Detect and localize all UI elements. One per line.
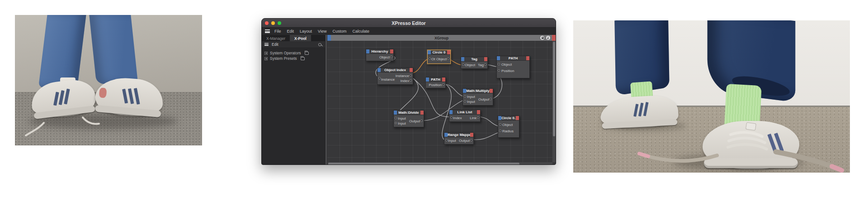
tree-item-system-operators[interactable]: System Operators bbox=[262, 50, 325, 56]
output-port[interactable] bbox=[490, 98, 492, 100]
node-link-list[interactable]: Link List Index Link bbox=[449, 110, 481, 122]
menu-calculate[interactable]: Calculate bbox=[352, 29, 369, 34]
output-port[interactable] bbox=[420, 120, 423, 122]
node-output-cap[interactable] bbox=[516, 116, 519, 120]
input-port[interactable] bbox=[499, 123, 501, 126]
node-input-cap[interactable] bbox=[498, 116, 501, 120]
search-icon[interactable] bbox=[318, 43, 321, 46]
output-port[interactable] bbox=[442, 83, 444, 86]
plus-box-icon[interactable] bbox=[264, 52, 268, 55]
input-port[interactable] bbox=[445, 139, 448, 141]
node-object-index[interactable]: Object Index Instance Instance Index bbox=[377, 68, 413, 85]
port-row: Index Link bbox=[449, 116, 480, 121]
output-port[interactable] bbox=[447, 58, 449, 60]
hamburger-icon[interactable] bbox=[265, 29, 270, 33]
node-input-cap[interactable] bbox=[497, 56, 500, 60]
port-row: Input Output bbox=[444, 138, 473, 143]
plus-box-icon[interactable] bbox=[264, 57, 268, 60]
node-input-cap[interactable] bbox=[444, 133, 448, 137]
tree-item-system-presets[interactable]: System Presets bbox=[262, 56, 325, 61]
menu-edit[interactable]: Edit bbox=[287, 29, 294, 34]
node-output-cap[interactable] bbox=[447, 50, 450, 54]
node-output-cap[interactable] bbox=[410, 68, 413, 72]
node-input-cap[interactable] bbox=[449, 110, 453, 114]
wire[interactable] bbox=[481, 117, 498, 126]
title-bar[interactable]: XPresso Editor bbox=[262, 19, 556, 27]
input-port[interactable] bbox=[450, 116, 453, 119]
menu-custom[interactable]: Custom bbox=[332, 29, 346, 34]
input-port[interactable] bbox=[498, 69, 500, 72]
wire[interactable] bbox=[474, 133, 498, 140]
xgroup-header[interactable]: XGroup bbox=[327, 35, 556, 41]
input-port[interactable] bbox=[498, 63, 500, 65]
scrollbar-thumb[interactable] bbox=[553, 42, 555, 136]
node-input-cap[interactable] bbox=[428, 50, 431, 54]
wire[interactable] bbox=[488, 65, 496, 67]
node-title-bar: Object Index bbox=[377, 68, 413, 72]
photo-left-sneakers bbox=[15, 15, 202, 145]
node-title: PATH bbox=[429, 77, 442, 82]
input-port[interactable] bbox=[395, 122, 397, 124]
node-hierarchy[interactable]: Hierarchy Object bbox=[366, 49, 394, 61]
node-canvas[interactable]: XGroup bbox=[327, 35, 556, 165]
input-port[interactable] bbox=[429, 58, 431, 60]
node-input-cap[interactable] bbox=[377, 68, 381, 72]
menu-view[interactable]: View bbox=[318, 29, 326, 34]
lock-icon[interactable] bbox=[540, 36, 544, 40]
edit-label[interactable]: Edit bbox=[272, 42, 278, 47]
vertical-scrollbar[interactable] bbox=[552, 41, 556, 162]
node-output-cap[interactable] bbox=[477, 110, 480, 114]
input-port[interactable] bbox=[378, 77, 381, 79]
node-range-mapper[interactable]: Range Mapper Input Output bbox=[444, 132, 474, 145]
output-port[interactable] bbox=[410, 74, 412, 77]
node-input-cap[interactable] bbox=[366, 49, 369, 53]
node-math-multiply[interactable]: Math:Multiply Input Input Output bbox=[462, 88, 493, 106]
node-math-divide[interactable]: Math:Divide Input Input Output bbox=[393, 110, 424, 127]
output-port[interactable] bbox=[410, 79, 412, 82]
port-label: Input bbox=[467, 100, 475, 104]
port-label: Instance bbox=[381, 77, 395, 82]
node-path-mid[interactable]: PATH Position bbox=[425, 77, 446, 88]
wire-active[interactable] bbox=[450, 59, 461, 65]
output-port[interactable] bbox=[390, 56, 392, 58]
node-title: Object Index bbox=[381, 68, 410, 72]
node-title: Tag bbox=[464, 57, 484, 61]
input-port[interactable] bbox=[395, 117, 397, 119]
node-circle-0-1[interactable]: Circle 0.1 Object Radius bbox=[498, 116, 519, 138]
node-output-cap[interactable] bbox=[390, 49, 393, 53]
node-output-cap[interactable] bbox=[484, 57, 487, 61]
node-output-cap[interactable] bbox=[470, 133, 473, 137]
input-port[interactable] bbox=[464, 95, 466, 97]
port-row: Object bbox=[497, 62, 529, 67]
input-port[interactable] bbox=[499, 130, 501, 132]
node-tag[interactable]: Tag Object Tag bbox=[461, 57, 488, 69]
node-input-cap[interactable] bbox=[394, 111, 397, 115]
node-output-cap[interactable] bbox=[490, 89, 493, 93]
hamburger-icon[interactable] bbox=[264, 43, 269, 46]
output-port[interactable] bbox=[477, 116, 479, 119]
menu-file[interactable]: File bbox=[274, 29, 281, 34]
scrollbar-thumb[interactable] bbox=[328, 163, 519, 165]
node-output-cap[interactable] bbox=[526, 56, 529, 60]
node-input-cap[interactable] bbox=[463, 89, 466, 93]
horizontal-scrollbar[interactable] bbox=[327, 162, 552, 165]
menu-layout[interactable]: Layout bbox=[300, 29, 312, 34]
node-path-top[interactable]: PATH Object Position bbox=[496, 56, 530, 78]
output-port[interactable] bbox=[470, 139, 472, 141]
input-port[interactable] bbox=[464, 100, 466, 102]
tab-x-pool[interactable]: X-Pool bbox=[290, 35, 311, 41]
node-title: Math:Divide bbox=[397, 111, 420, 115]
wire-active[interactable] bbox=[413, 59, 427, 73]
node-input-cap[interactable] bbox=[461, 57, 464, 61]
port-row: Position bbox=[426, 82, 445, 87]
tab-x-manager[interactable]: X-Manager bbox=[262, 35, 290, 41]
port-label: Object bbox=[379, 55, 390, 59]
node-circle-0[interactable]: Circle 0 Ot Object bbox=[427, 50, 451, 64]
output-port[interactable] bbox=[484, 63, 486, 66]
node-output-cap[interactable] bbox=[420, 111, 424, 115]
arrow-down-icon[interactable] bbox=[546, 36, 550, 40]
input-port[interactable] bbox=[462, 63, 464, 66]
node-input-cap[interactable] bbox=[426, 77, 429, 82]
photo-right-sneakers bbox=[573, 20, 850, 173]
node-output-cap[interactable] bbox=[442, 77, 445, 82]
